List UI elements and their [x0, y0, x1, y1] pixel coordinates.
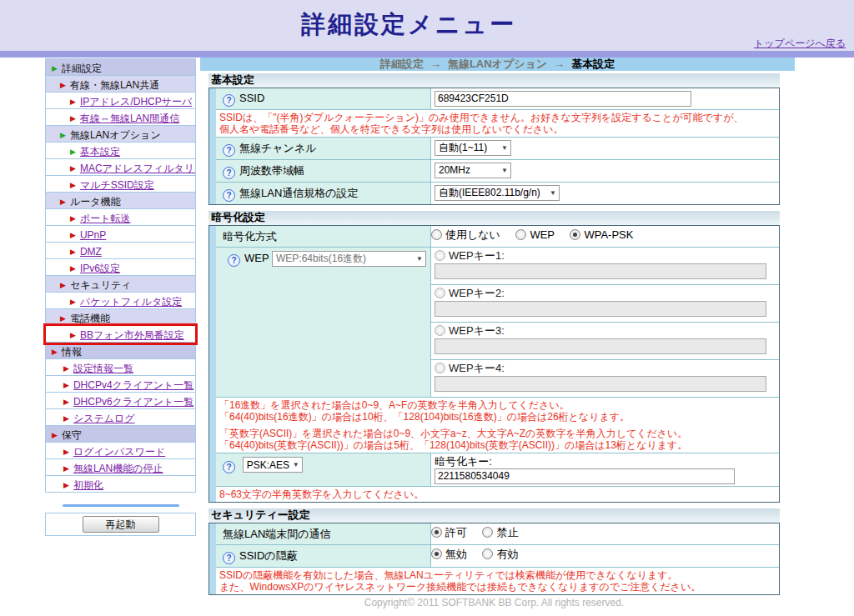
help-icon[interactable]: ?	[223, 144, 235, 157]
sidebar-item-21[interactable]: ▶システムログ	[46, 409, 195, 426]
help-icon[interactable]: ?	[223, 461, 235, 473]
select-value: 自動(IEEE802.11b/g/n)	[439, 186, 540, 200]
sidebar-item-label[interactable]: パケットフィルタ設定	[80, 296, 182, 308]
sidebar-item-label[interactable]: DMZ	[80, 246, 102, 258]
sidebar-item-label[interactable]: MACアドレスフィルタリング	[80, 163, 195, 174]
psk-row: ? PSK:AES▼ 暗号化キー:	[216, 453, 779, 486]
sidebar-item-label[interactable]: 基本設定	[80, 146, 120, 158]
sidebar-item-12[interactable]: ▶IPv6設定	[46, 259, 195, 276]
wep-type-select[interactable]: WEP:64bits(16進数)▼	[272, 251, 426, 267]
radio-allow-option[interactable]	[431, 527, 442, 538]
ssid-value-cell	[430, 88, 779, 109]
sidebar-item-label: 無線LANオプション	[70, 129, 161, 141]
wep-key1-input[interactable]	[435, 263, 766, 279]
sidebar-item-label[interactable]: UPnP	[80, 229, 106, 241]
sidebar-item-label: 電話機能	[70, 313, 110, 324]
sidebar-item-label[interactable]: 初期化	[73, 479, 103, 491]
sidebar-item-label: 有線・無線LAN共通	[70, 79, 159, 91]
radio-wep-option[interactable]	[515, 229, 526, 240]
sidebar-item-label[interactable]: IPv6設定	[80, 263, 120, 274]
triangle-bullet-icon: ▶	[63, 364, 69, 373]
sidebar-item-label[interactable]: DHCPv4クライアント一覧	[73, 379, 193, 391]
wep-key4-radio[interactable]	[435, 363, 445, 373]
ssid-input[interactable]	[435, 91, 691, 107]
radio-disabled-option[interactable]	[431, 229, 442, 240]
help-icon[interactable]: ?	[228, 254, 240, 267]
sidebar-item-18[interactable]: ▶設定情報一覧	[46, 359, 195, 376]
triangle-bullet-icon: ▶	[60, 198, 66, 206]
sidebar-nav: ▶詳細設定▶有線・無線LAN共通▶IPアドレス/DHCPサーバ▶有線⇔無線LAN…	[45, 58, 196, 493]
wep-key-subrow: WEPキー3:	[431, 322, 779, 359]
encryption-key-input[interactable]	[435, 468, 735, 484]
sidebar-item-17: ▶情報	[46, 343, 195, 359]
triangle-bullet-icon: ▶	[70, 164, 76, 173]
wep-key3-input[interactable]	[435, 338, 766, 354]
radio-wpa-psk-option[interactable]	[570, 229, 580, 240]
psk-type-select[interactable]: PSK:AES▼	[243, 457, 303, 473]
bandwidth-select[interactable]: 20MHz▼	[435, 163, 511, 178]
sidebar-item-label[interactable]: IPアドレス/DHCPサーバ	[80, 96, 192, 108]
sidebar-item-label[interactable]: ポート転送	[80, 213, 131, 224]
sidebar-item-label[interactable]: 設定情報一覧	[73, 363, 133, 374]
triangle-bullet-icon: ▶	[60, 314, 66, 323]
help-icon[interactable]: ?	[223, 167, 235, 179]
sidebar-item-23[interactable]: ▶ログインパスワード	[46, 443, 195, 459]
sidebar-item-label[interactable]: 無線LAN機能の停止	[73, 463, 163, 474]
sidebar-item-5[interactable]: ▶基本設定	[46, 143, 195, 159]
sidebar-item-25[interactable]: ▶初期化	[46, 476, 195, 493]
sidebar-item-label[interactable]: システムログ	[73, 413, 135, 424]
breadcrumb: 詳細設定→無線LANオプション→基本設定	[200, 58, 795, 71]
triangle-bullet-icon: ▶	[63, 464, 69, 473]
wep-row: ?WEP WEP:64bits(16進数)▼ WEPキー1: WEPキー2:	[216, 247, 779, 397]
sidebar-item-label[interactable]: BBフォン市外局番設定	[80, 329, 184, 341]
sidebar-item-19[interactable]: ▶DHCPv4クライアント一覧	[46, 376, 195, 393]
sidebar-item-2[interactable]: ▶IPアドレス/DHCPサーバ	[46, 93, 195, 109]
sidebar-item-3[interactable]: ▶有線⇔無線LAN間通信	[46, 109, 195, 126]
sidebar-item-label: ルータ機能	[70, 196, 121, 208]
section-title-security: セキュリティー設定	[208, 508, 780, 523]
sidebar-item-6[interactable]: ▶MACアドレスフィルタリング	[46, 159, 195, 176]
sidebar-item-label[interactable]: DHCPv6クライアント一覧	[73, 396, 193, 408]
encryption-settings-table: 暗号化方式 使用しない WEP WPA-PSK ?WEP WEP:64bits(…	[208, 225, 780, 503]
triangle-bullet-icon: ▶	[63, 414, 69, 423]
psk-key-cell: 暗号化キー:	[430, 453, 779, 486]
radio-hide-off-option[interactable]	[431, 548, 442, 559]
wep-key1-radio[interactable]	[435, 250, 445, 261]
chevron-down-icon: ▼	[416, 255, 423, 263]
help-icon[interactable]: ?	[223, 94, 235, 107]
sidebar-item-20[interactable]: ▶DHCPv6クライアント一覧	[46, 393, 195, 409]
wireless-channel-select[interactable]: 自動(1~11)▼	[435, 140, 511, 156]
standard-label-cell: ?無線LAN通信規格の設定	[216, 183, 430, 204]
wep-label-cell: ?WEP WEP:64bits(16進数)▼	[216, 248, 430, 397]
wep-label: WEP	[244, 252, 269, 264]
sidebar-item-label: 情報	[62, 346, 82, 358]
restart-button[interactable]: 再起動	[83, 516, 159, 533]
sidebar-item-label[interactable]: 有線⇔無線LAN間通信	[80, 113, 179, 124]
help-icon[interactable]: ?	[223, 189, 235, 202]
sidebar-item-16-highlighted[interactable]: ▶BBフォン市外局番設定	[46, 326, 195, 343]
sidebar-item-label[interactable]: ログインパスワード	[73, 446, 165, 458]
wep-key4-input[interactable]	[435, 376, 766, 392]
back-to-top-link[interactable]: トップページへ戻る	[754, 37, 846, 51]
help-icon[interactable]: ?	[223, 552, 235, 564]
sidebar-item-label[interactable]: マルチSSID設定	[80, 179, 154, 191]
sidebar-item-22: ▶保守	[46, 426, 195, 443]
wep-key2-input[interactable]	[435, 301, 766, 317]
radio-hide-on-option[interactable]	[482, 548, 493, 559]
triangle-bullet-icon: ▶	[70, 331, 76, 339]
sidebar-item-7[interactable]: ▶マルチSSID設定	[46, 176, 195, 193]
ssid-row: ?SSID	[216, 88, 779, 109]
triangle-bullet-icon: ▶	[60, 281, 66, 289]
wireless-standard-select[interactable]: 自動(IEEE802.11b/g/n)▼	[435, 185, 560, 201]
radio-deny-option[interactable]	[482, 527, 493, 538]
sidebar-item-14[interactable]: ▶パケットフィルタ設定	[46, 293, 195, 309]
triangle-bullet-icon: ▶	[70, 231, 76, 239]
triangle-bullet-icon: ▶	[63, 398, 69, 406]
wep-key2-radio[interactable]	[435, 288, 445, 298]
sidebar-item-11[interactable]: ▶DMZ	[46, 243, 195, 259]
sidebar-item-24[interactable]: ▶無線LAN機能の停止	[46, 459, 195, 476]
sidebar-item-9[interactable]: ▶ポート転送	[46, 209, 195, 226]
lan-comm-options: 許可 禁止	[430, 523, 779, 544]
wep-key3-radio[interactable]	[435, 325, 445, 336]
sidebar-item-10[interactable]: ▶UPnP	[46, 226, 195, 243]
